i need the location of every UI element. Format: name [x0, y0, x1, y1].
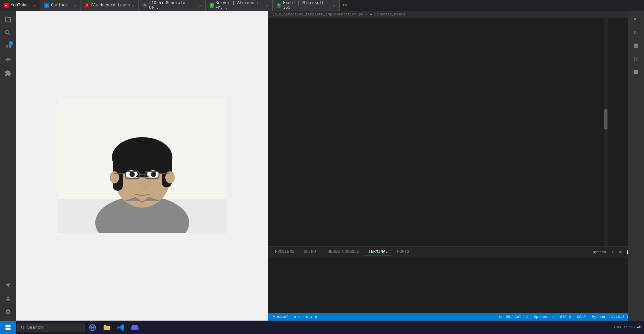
left-panel: 1 [0, 11, 268, 321]
accounts-icon[interactable] [2, 292, 14, 304]
tab-bb-label: Blackboard Learn [91, 3, 130, 8]
tab-blackboard[interactable]: B Blackboard Learn ✕ [80, 0, 139, 11]
taskbar-browser-icon[interactable] [86, 321, 99, 334]
chat-toolbar-icon[interactable] [631, 67, 641, 78]
source-control-icon[interactable]: 1 [2, 40, 14, 52]
git-branch-label: main* [277, 315, 288, 319]
ln-col[interactable]: Ln 85, Col 42 [498, 315, 529, 319]
errors-label: ⊗ 0 [294, 315, 301, 319]
tab-aternos-label: Server | Aternos | Fr... [216, 1, 264, 10]
explorer-icon[interactable] [2, 13, 14, 25]
time-display: 11:38 AM [624, 325, 641, 330]
panel-tabs: PROBLEMS OUTPUT DEBUG CONSOLE TERMINAL P… [268, 246, 644, 258]
tab-excel-label: Excel | Microsoft 365 [283, 1, 331, 10]
language-mode[interactable]: Python [591, 315, 607, 319]
svg-marker-1 [9, 59, 10, 60]
taskbar-vscode-icon[interactable] [114, 321, 127, 334]
split-terminal-button[interactable]: ⧉ [617, 249, 624, 255]
close-tab-youtube[interactable]: ✕ [34, 3, 36, 8]
terminal-content[interactable] [268, 258, 644, 313]
bb-favicon: B [85, 3, 89, 8]
minimap[interactable] [608, 18, 628, 246]
search-placeholder: Search [27, 325, 43, 330]
close-tab-gen[interactable]: ✕ [199, 3, 201, 8]
status-bar-right: Ln 85, Col 42 Spaces: 4 UTF-8 CRLF Pytho… [498, 315, 641, 319]
run-debug-icon[interactable] [2, 54, 14, 66]
code-content[interactable] [282, 18, 644, 246]
close-tab-outlook[interactable]: ✕ [74, 3, 76, 8]
source-control-toolbar-icon[interactable] [631, 13, 641, 24]
add-terminal-button[interactable]: + [609, 249, 616, 255]
taskbar-language: ENG [614, 325, 621, 329]
browser-tab-bar: ▶ YouTube ✕ ✉ Outlook ✕ B Blackboard Lea… [0, 0, 644, 11]
taskbar-right: ENG 11:38 AM [614, 325, 644, 330]
svg-point-10 [110, 171, 119, 183]
excel-favicon: X [277, 3, 281, 8]
settings-icon[interactable] [2, 306, 14, 318]
svg-point-11 [165, 171, 175, 183]
line-numbers [268, 18, 282, 246]
editor-breadcrumb: yolo_detection_template_implementation.p… [268, 11, 644, 18]
tab-outlook[interactable]: ✉ Outlook ✕ [40, 0, 80, 11]
tab-debug-console[interactable]: DEBUG CONSOLE [324, 248, 363, 256]
start-button[interactable] [0, 321, 16, 334]
tab-gen-label: (1025) Generate Ce... [149, 1, 197, 10]
terminal-label: python [591, 249, 608, 255]
aternos-favicon: A [210, 3, 214, 8]
encoding[interactable]: UTF-8 [558, 315, 572, 319]
git-branch[interactable]: main* [271, 315, 290, 319]
tab-youtube[interactable]: ▶ YouTube ✕ [0, 0, 40, 11]
remote-icon[interactable] [2, 279, 14, 291]
editor-right-toolbar: ▷ R [628, 11, 644, 321]
taskbar: Search ENG 11:38 AM [0, 321, 644, 334]
taskbar-files-icon[interactable] [100, 321, 113, 334]
tab-excel[interactable]: X Excel | Microsoft 365 ✕ [273, 0, 340, 11]
terminal-panel: PROBLEMS OUTPUT DEBUG CONSOLE TERMINAL P… [268, 246, 644, 313]
outlook-favicon: ✉ [44, 3, 49, 8]
tab-outlook-label: Outlook [51, 3, 68, 8]
tab-youtube-label: YouTube [11, 3, 28, 8]
search-icon[interactable] [2, 27, 14, 39]
tab-ports[interactable]: PORTS [393, 248, 413, 256]
taskbar-icons [86, 321, 142, 334]
extensions-icon[interactable] [2, 67, 14, 79]
taskbar-search[interactable]: Search [17, 323, 85, 332]
test-toolbar-icon[interactable] [631, 40, 641, 51]
tab-problems[interactable]: PROBLEMS [271, 248, 299, 256]
svg-point-16 [132, 173, 134, 175]
main-content: 1 [0, 11, 644, 321]
breadcrumb-text: yolo_detection_template_implementation.p… [272, 12, 405, 16]
taskbar-discord-icon[interactable] [128, 321, 142, 334]
webcam-area [16, 11, 268, 321]
tab-aternos[interactable]: A Server | Aternos | Fr... ✕ [206, 0, 273, 11]
spaces[interactable]: Spaces: 4 [533, 315, 555, 319]
close-tab-aternos[interactable]: ✕ [266, 3, 268, 8]
svg-point-17 [153, 173, 155, 175]
status-bar-left: main* ⊗ 0 ⚠ 0 ⬧ 0 [271, 315, 318, 319]
webcam-person [58, 99, 226, 233]
gen-favicon: ⚙ [143, 3, 147, 8]
run-toolbar-icon[interactable]: ▷ [631, 27, 641, 38]
close-tab-bb[interactable]: ✕ [132, 3, 134, 8]
tab-output[interactable]: OUTPUT [300, 248, 322, 256]
activity-bar-bottom [2, 279, 14, 321]
tab-generate[interactable]: ⚙ (1025) Generate Ce... ✕ [139, 0, 206, 11]
activity-bar: 1 [0, 11, 16, 321]
scrollbar-thumb[interactable] [604, 109, 607, 129]
more-tabs-button[interactable]: >> [340, 3, 350, 8]
vertical-scrollbar[interactable] [604, 18, 608, 246]
taskbar-time: 11:38 AM [624, 325, 641, 330]
tab-terminal[interactable]: TERMINAL [364, 248, 392, 256]
youtube-favicon: ▶ [4, 3, 9, 8]
errors-warnings[interactable]: ⊗ 0 ⚠ 0 ⬧ 0 [292, 315, 318, 319]
warnings-label: ⚠ 0 ⬧ 0 [302, 315, 317, 319]
code-lines-area[interactable] [268, 18, 644, 246]
status-bar: main* ⊗ 0 ⚠ 0 ⬧ 0 Ln 85, Col 42 Spaces: … [268, 313, 644, 321]
close-tab-excel[interactable]: ✕ [333, 3, 335, 8]
code-editor: yolo_detection_template_implementation.p… [268, 11, 644, 246]
editor-panel: yolo_detection_template_implementation.p… [268, 11, 644, 321]
line-ending[interactable]: CRLF [576, 315, 587, 319]
r-toolbar-icon[interactable]: R [631, 54, 641, 64]
